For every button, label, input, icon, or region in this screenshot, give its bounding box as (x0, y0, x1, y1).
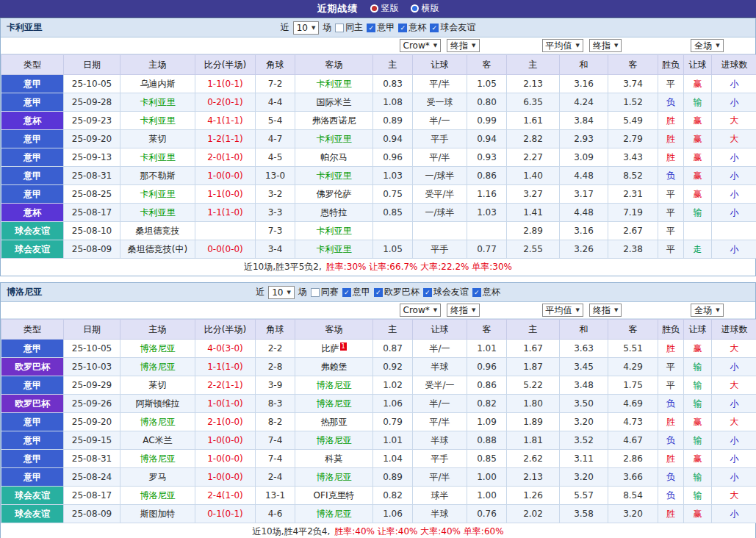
away-team-link[interactable]: 国际米兰 (317, 97, 352, 107)
league-filter-checkbox[interactable]: 意杯 (472, 286, 500, 298)
recent-count-value: 10 (297, 23, 308, 33)
scope-controls: 全场▼ (658, 304, 756, 317)
avg-away-odds: 4.67 (608, 431, 658, 450)
away-team-link[interactable]: 博洛尼亚 (317, 380, 352, 390)
league-filter-checkbox[interactable]: 意甲 (367, 21, 395, 34)
away-team-link[interactable]: 卡利亚里 (317, 134, 352, 144)
handicap-odds-controls: Crow*▼ 终指▼ (372, 39, 506, 52)
checkbox-checked-icon (472, 288, 481, 297)
scope-select[interactable]: 全场▼ (691, 304, 723, 317)
handicap-line: 平/半 (413, 468, 467, 487)
handicap-away-odds: 0.93 (467, 148, 507, 167)
odds-company-value: Crow* (403, 305, 430, 315)
home-team-link[interactable]: 博洛尼亚 (140, 343, 176, 354)
home-team-link[interactable]: AC米兰 (143, 435, 172, 445)
home-team-link[interactable]: 卡利亚里 (140, 207, 176, 218)
away-team-link[interactable]: 比萨 (322, 343, 339, 354)
home-team-link[interactable]: 那不勒斯 (140, 171, 176, 181)
away-team-link[interactable]: 佛罗伦萨 (317, 189, 352, 199)
average-select[interactable]: 平均值▼ (542, 304, 583, 317)
home-team-link[interactable]: 桑坦德竞技(中) (128, 244, 187, 254)
home-team-link[interactable]: 莱切 (149, 380, 167, 390)
goals-verdict: 大 (712, 376, 756, 395)
goals-verdict: 大 (712, 130, 756, 148)
home-team-link[interactable]: 博洛尼亚 (140, 417, 176, 427)
match-row: 意甲 25-08-31 那不勒斯 1-0(0-0) 13-0 卡利亚里 1.03… (1, 167, 756, 185)
score-halftime: 4-1(1-1) (195, 112, 256, 130)
average-time-select[interactable]: 终指▼ (589, 39, 622, 52)
home-team-link[interactable]: 博洛尼亚 (140, 490, 176, 501)
odds-company-select[interactable]: Crow*▼ (400, 39, 442, 52)
away-team-link[interactable]: 博洛尼亚 (317, 509, 352, 519)
home-team-link[interactable]: 博洛尼亚 (140, 362, 176, 372)
away-team-link[interactable]: 恩特拉 (321, 207, 348, 218)
handicap-line: 平手 (413, 450, 467, 468)
league-filter-checkbox[interactable]: 欧罗巴杯 (374, 286, 420, 298)
handicap-line: 一/球半 (413, 204, 467, 222)
avg-draw-odds: 3.11 (560, 450, 608, 468)
average-select[interactable]: 平均值▼ (542, 39, 583, 52)
radio-vertical-layout[interactable]: 竖版 (370, 2, 399, 15)
checkbox-checked-icon (342, 288, 351, 297)
score-halftime: 2-4(1-0) (195, 487, 256, 505)
match-date: 25-08-24 (64, 468, 120, 487)
col-away: 客场 (295, 320, 373, 340)
result-verdict: 平 (658, 358, 684, 376)
home-team-link[interactable]: 博洛尼亚 (140, 453, 176, 464)
home-team-link[interactable]: 乌迪内斯 (140, 79, 176, 89)
home-team-link[interactable]: 卡利亚里 (140, 152, 176, 162)
recent-count-select[interactable]: 10▼ (268, 286, 295, 299)
home-team-link[interactable]: 卡利亚里 (140, 97, 176, 107)
same-venue-checkbox[interactable]: 同主 (335, 21, 363, 34)
average-time-value: 终指 (593, 40, 611, 52)
goals-verdict: 大 (712, 112, 756, 130)
away-team-link[interactable]: OFI克里特 (314, 490, 355, 501)
home-team-link[interactable]: 斯图加特 (140, 509, 176, 519)
col-date: 日期 (64, 55, 120, 75)
away-team-link[interactable]: 弗赖堡 (321, 362, 348, 372)
home-team-link[interactable]: 莱切 (149, 134, 167, 144)
league-filter-checkbox[interactable]: 意甲 (342, 286, 370, 298)
games-label: 场 (323, 21, 331, 34)
league-filter-group: 意甲 欧罗巴杯 球会友谊 意杯 (342, 286, 500, 298)
home-team-link[interactable]: 卡利亚里 (140, 189, 176, 199)
odds-time-select[interactable]: 终指▼ (447, 304, 479, 317)
away-team-link[interactable]: 卡利亚里 (317, 171, 352, 181)
away-team-link[interactable]: 帕尔马 (321, 152, 348, 162)
league-badge: 欧罗巴杯 (1, 395, 64, 413)
average-time-select[interactable]: 终指▼ (589, 304, 622, 317)
home-team-link[interactable]: 罗马 (149, 472, 167, 482)
chevron-down-icon: ▼ (614, 43, 618, 49)
result-verdict: 负 (658, 395, 684, 413)
home-team-link[interactable]: 阿斯顿维拉 (136, 398, 180, 409)
league-filter-checkbox[interactable]: 意杯 (398, 21, 426, 34)
league-filter-checkbox[interactable]: 球会友谊 (430, 21, 475, 34)
radio-horizontal-layout[interactable]: 横版 (411, 2, 439, 15)
same-venue-checkbox[interactable]: 同赛 (311, 286, 339, 298)
league-filter-checkbox[interactable]: 球会友谊 (423, 286, 469, 298)
away-team-link[interactable]: 热那亚 (321, 417, 348, 427)
handicap-verdict: 赢 (684, 450, 712, 468)
handicap-verdict: 赢 (684, 185, 712, 204)
away-team-link[interactable]: 卡利亚里 (317, 226, 352, 236)
recent-count-select[interactable]: 10▼ (293, 21, 320, 35)
away-team-link[interactable]: 博洛尼亚 (317, 435, 352, 445)
away-team-link[interactable]: 卡利亚里 (317, 244, 352, 254)
away-team-link[interactable]: 博洛尼亚 (317, 472, 352, 482)
match-row: 球会友谊 25-08-17 博洛尼亚 2-4(1-0) 13-1 OFI克里特 … (1, 487, 756, 505)
away-team-link[interactable]: 弗洛西诺尼 (312, 115, 356, 126)
col-odds-home: 主 (373, 55, 413, 75)
away-team-link[interactable]: 科莫 (325, 453, 343, 464)
odds-company-select[interactable]: Crow*▼ (400, 304, 442, 317)
chevron-down-icon: ▼ (614, 307, 618, 313)
away-team-link[interactable]: 卡利亚里 (317, 79, 352, 89)
goals-verdict: 小 (712, 167, 756, 185)
home-team-link[interactable]: 桑坦德竞技 (136, 226, 180, 236)
scope-select[interactable]: 全场▼ (691, 39, 723, 52)
away-team-link[interactable]: 博洛尼亚 (317, 398, 352, 409)
odds-time-select[interactable]: 终指▼ (447, 39, 479, 52)
handicap-away-odds: 1.00 (467, 468, 507, 487)
handicap-verdict: 赢 (684, 505, 712, 523)
avg-home-odds: 6.35 (507, 93, 560, 112)
home-team-link[interactable]: 卡利亚里 (140, 115, 176, 126)
